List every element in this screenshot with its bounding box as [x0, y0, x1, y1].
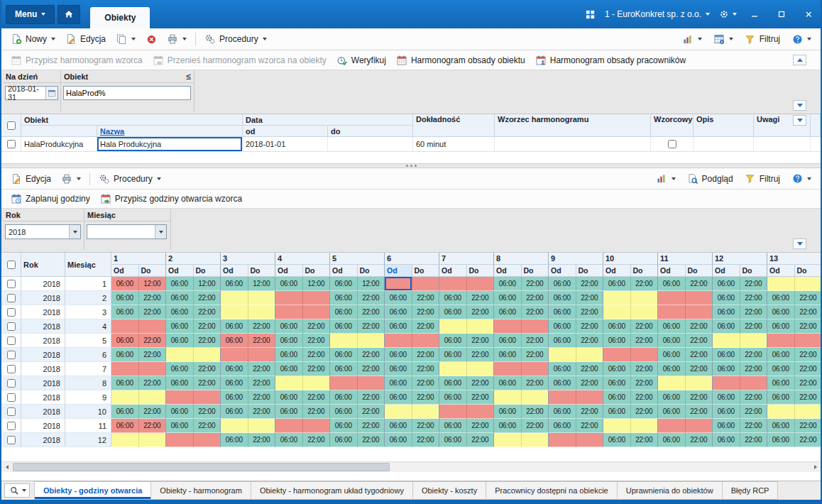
hours-od-cell[interactable]: 06:00 — [111, 376, 139, 390]
hours-do-cell[interactable]: 22:00 — [248, 405, 276, 419]
hours-od-cell[interactable] — [494, 362, 522, 376]
hours-od-cell[interactable]: 06:00 — [221, 376, 248, 390]
hours-od-cell[interactable] — [385, 405, 412, 419]
rok-cell[interactable]: 2018 — [21, 348, 65, 362]
hours-od-cell[interactable]: 06:00 — [330, 277, 358, 291]
hours-od-cell[interactable]: 06:00 — [330, 405, 358, 419]
hours-do-cell[interactable] — [795, 405, 821, 419]
hours-od-cell[interactable] — [549, 390, 576, 405]
hours-do-cell[interactable]: 22:00 — [795, 348, 821, 362]
hours-do-cell[interactable]: 22:00 — [194, 291, 221, 305]
hours-od-cell[interactable]: 06:00 — [494, 277, 522, 291]
row-checkbox[interactable] — [7, 407, 16, 416]
hours-od-cell[interactable]: 06:00 — [439, 390, 467, 405]
hours-do-cell[interactable] — [358, 334, 385, 348]
column-header-data-do[interactable]: do — [328, 126, 413, 137]
hours-do-cell[interactable]: 22:00 — [795, 376, 821, 390]
day-column-header[interactable]: 10 — [603, 253, 658, 265]
row-checkbox[interactable] — [7, 280, 16, 288]
hours-od-cell[interactable]: 06:00 — [767, 433, 795, 447]
hours-do-cell[interactable]: 22:00 — [740, 305, 768, 319]
hours-od-cell[interactable] — [439, 362, 467, 376]
hours-od-cell[interactable]: 06:00 — [549, 334, 576, 348]
hours-od-cell[interactable]: 06:00 — [658, 319, 686, 334]
delete-button[interactable] — [141, 31, 162, 47]
hours-od-cell[interactable] — [111, 433, 139, 447]
do-column-header[interactable]: Do — [631, 265, 659, 277]
hours-do-cell[interactable]: 22:00 — [358, 362, 385, 376]
hours-od-cell[interactable] — [385, 334, 412, 348]
hours-od-cell[interactable]: 06:00 — [439, 433, 467, 447]
hours-do-cell[interactable]: 22:00 — [412, 376, 440, 390]
row-checkbox[interactable] — [7, 336, 16, 345]
hours-do-cell[interactable]: 22:00 — [740, 390, 768, 405]
hours-od-cell[interactable]: 06:00 — [330, 319, 358, 334]
wzorcowy-checkbox[interactable] — [668, 140, 676, 148]
hours-od-cell[interactable]: 06:00 — [767, 291, 795, 305]
hours-od-cell[interactable]: 06:00 — [166, 405, 194, 419]
hours-do-cell[interactable]: 22:00 — [303, 405, 331, 419]
hours-do-cell[interactable]: 22:00 — [740, 433, 768, 447]
hours-do-cell[interactable]: 22:00 — [303, 348, 331, 362]
hours-od-cell[interactable]: 06:00 — [330, 348, 358, 362]
hours-od-cell[interactable]: 06:00 — [166, 376, 194, 390]
do-column-header[interactable]: Do — [576, 265, 604, 277]
hours-do-cell[interactable] — [194, 390, 221, 405]
hours-do-cell[interactable] — [631, 419, 659, 433]
cell-dokladnosc[interactable]: 60 minut — [413, 137, 495, 152]
hours-od-cell[interactable] — [111, 390, 139, 405]
column-header-opis[interactable]: Opis — [694, 114, 754, 137]
day-column-header[interactable]: 11 — [658, 253, 713, 265]
hours-do-cell[interactable]: 22:00 — [358, 419, 385, 433]
object-filter-input[interactable] — [63, 86, 191, 100]
hours-do-cell[interactable] — [194, 433, 221, 447]
do-column-header[interactable]: Do — [795, 265, 821, 277]
hours-do-cell[interactable]: 22:00 — [795, 390, 821, 405]
column-header-data-od[interactable]: od — [243, 126, 328, 137]
column-header-nazwa[interactable]: Nazwa — [97, 126, 243, 137]
do-column-header[interactable]: Do — [248, 265, 276, 277]
hours-od-cell[interactable]: 06:00 — [330, 291, 358, 305]
hours-od-cell[interactable]: 06:00 — [713, 419, 740, 433]
hours-od-cell[interactable]: 06:00 — [166, 334, 194, 348]
hours-do-cell[interactable] — [467, 362, 495, 376]
do-column-header[interactable]: Do — [194, 265, 221, 277]
hours-do-cell[interactable]: 22:00 — [303, 319, 331, 334]
hours-do-cell[interactable] — [412, 405, 440, 419]
rok-cell[interactable]: 2018 — [21, 305, 65, 319]
hours-do-cell[interactable]: 22:00 — [248, 334, 276, 348]
hours-filter-button[interactable]: Filtruj — [740, 171, 785, 187]
hours-do-cell[interactable] — [795, 334, 821, 348]
settings-gear-button[interactable] — [718, 9, 737, 20]
hours-od-cell[interactable]: 06:00 — [658, 390, 686, 405]
od-column-header[interactable]: Od — [494, 265, 522, 277]
hours-do-cell[interactable]: 22:00 — [522, 305, 549, 319]
hours-do-cell[interactable]: 22:00 — [358, 305, 385, 319]
hours-print-button[interactable] — [56, 171, 86, 187]
hours-od-cell[interactable] — [111, 319, 139, 334]
hours-od-cell[interactable] — [439, 405, 467, 419]
day-column-header[interactable]: 8 — [494, 253, 549, 265]
hours-do-cell[interactable]: 22:00 — [248, 376, 276, 390]
hours-od-cell[interactable]: 06:00 — [549, 305, 576, 319]
hours-do-cell[interactable]: 22:00 — [631, 390, 659, 405]
od-column-header[interactable]: Od — [385, 265, 412, 277]
hours-do-cell[interactable]: 22:00 — [740, 277, 768, 291]
hours-od-cell[interactable]: 06:00 — [439, 376, 467, 390]
hours-do-cell[interactable]: 22:00 — [631, 405, 659, 419]
date-field[interactable]: 2018-01-31 — [5, 86, 58, 100]
hours-od-cell[interactable]: 06:00 — [494, 305, 522, 319]
hours-do-cell[interactable]: 22:00 — [358, 433, 385, 447]
hours-od-cell[interactable]: 06:00 — [439, 348, 467, 362]
hours-do-cell[interactable]: 22:00 — [248, 362, 276, 376]
hours-do-cell[interactable]: 22:00 — [358, 291, 385, 305]
help-button[interactable] — [787, 31, 816, 47]
hours-od-cell[interactable]: 06:00 — [275, 348, 303, 362]
row-checkbox[interactable] — [7, 351, 16, 359]
bottom-tab[interactable]: Obiekty - harmonogram układ tygodniowy — [251, 481, 413, 500]
hours-do-cell[interactable]: 22:00 — [412, 348, 440, 362]
hours-do-cell[interactable] — [522, 433, 549, 447]
hours-od-cell[interactable]: 06:00 — [603, 405, 631, 419]
procedures-button[interactable]: Procedury — [199, 31, 272, 47]
hours-do-cell[interactable]: 22:00 — [522, 348, 549, 362]
